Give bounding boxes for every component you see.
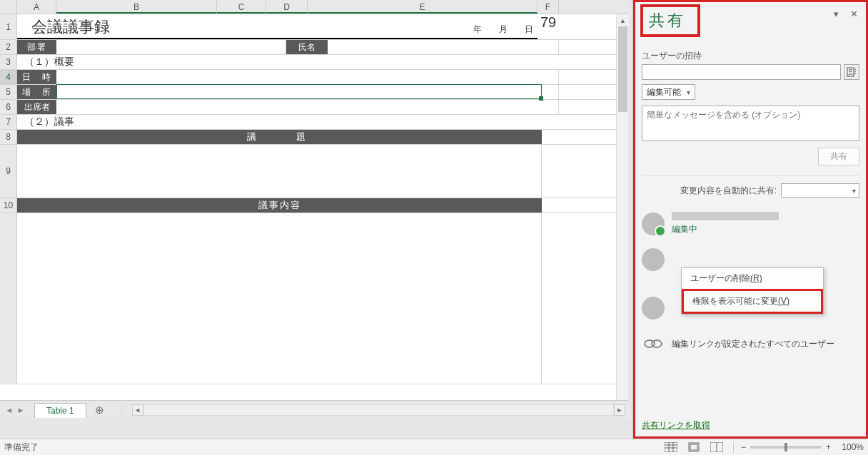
sheet-tabs-bar: ◄ ► Table 1 ⊕ ⋮ ◄ ► [0, 400, 628, 419]
context-change-perm-label: 権限を表示可能に変更 [692, 296, 778, 306]
row-header-8[interactable]: 8 [0, 130, 17, 144]
cell-shusseki-value[interactable] [56, 100, 559, 114]
permission-select[interactable]: 編集可能 ▾ [642, 84, 695, 100]
avatar-icon [642, 248, 665, 271]
horizontal-scrollbar[interactable]: ◄ ► [129, 404, 628, 416]
avatar-icon [642, 297, 665, 319]
col-header-E[interactable]: E [308, 0, 538, 14]
label-shusseki[interactable]: 出席者 [17, 100, 56, 114]
col-header-D[interactable]: D [266, 0, 308, 14]
row-header-4[interactable]: 4 [0, 70, 17, 84]
zoom-in-button[interactable]: + [826, 442, 831, 452]
section-2-label[interactable]: （２）議事 [17, 115, 559, 129]
pane-close-icon[interactable]: ✕ [850, 9, 858, 19]
add-sheet-button[interactable]: ⊕ [92, 402, 108, 418]
row-11 [0, 213, 628, 384]
context-remove-label: ユーザーの削除 [690, 273, 750, 283]
zoom-slider[interactable] [750, 446, 822, 449]
invite-input[interactable] [642, 64, 841, 80]
grid-area: A B C D E F 1 会議議事録 年 月 日 79 2 部署 氏 [0, 0, 628, 419]
view-page-layout-button[interactable] [685, 441, 703, 454]
tab-nav: ◄ ► [0, 404, 30, 416]
tab-next-icon[interactable]: ► [16, 404, 26, 416]
pane-separator [642, 175, 859, 176]
cell-giji-content[interactable] [17, 213, 542, 384]
edit-link-text: 編集リンクが設定されたすべてのユーザー [672, 338, 834, 350]
row-header-3[interactable]: 3 [0, 55, 17, 69]
row-4: 4 日 時 [0, 70, 628, 85]
zoom-out-button[interactable]: − [741, 442, 746, 452]
view-normal-button[interactable] [662, 441, 680, 454]
col-header-C[interactable]: C [217, 0, 266, 14]
pane-options-icon[interactable]: ▾ [834, 9, 839, 19]
cell-title[interactable]: 会議議事録 年 月 日 [17, 14, 538, 39]
shared-users-list: 編集中 ユーザーの削除(R) 権限を表示可能に変更(V) [642, 212, 859, 355]
hscroll-right[interactable]: ► [614, 404, 625, 416]
message-textarea[interactable] [642, 106, 859, 141]
context-remove-key: (R) [750, 273, 762, 283]
svg-rect-13 [690, 444, 697, 450]
col-header-A[interactable]: A [17, 0, 56, 14]
row-header-6[interactable]: 6 [0, 100, 17, 114]
share-pane-header: 共有 ▾ ✕ [633, 0, 868, 39]
banner-gidai[interactable]: 議 題 [17, 130, 542, 144]
select-all-corner[interactable] [0, 0, 17, 14]
section-1-label[interactable]: （１）概要 [17, 55, 559, 69]
svg-point-6 [652, 340, 662, 347]
col-header-F[interactable]: F [538, 0, 559, 14]
hscroll-track[interactable] [143, 404, 614, 416]
address-book-icon [847, 67, 857, 77]
row-7: 7 （２）議事 [0, 115, 628, 130]
grid-body[interactable]: 1 会議議事録 年 月 日 79 2 部署 氏名 3 （１）概要 [0, 14, 628, 419]
cell-busho-value[interactable] [56, 40, 286, 54]
user-name-redacted [672, 212, 779, 220]
view-page-break-button[interactable] [707, 441, 726, 454]
date-label: 年 月 日 [473, 24, 533, 36]
context-change-permission[interactable]: 権限を表示可能に変更(V) [682, 289, 823, 314]
scroll-up-button[interactable]: ▲ [617, 14, 629, 26]
zoom-value[interactable]: 100% [835, 442, 864, 452]
row-header-7[interactable]: 7 [0, 115, 17, 129]
avatar-icon [642, 213, 665, 235]
context-remove-user[interactable]: ユーザーの削除(R) [682, 268, 823, 289]
row-2: 2 部署 氏名 [0, 40, 628, 55]
cell-shimei-value[interactable] [328, 40, 559, 54]
doc-title: 会議議事録 [31, 16, 110, 38]
row-header-2[interactable]: 2 [0, 40, 17, 54]
hscroll-left[interactable]: ◄ [132, 404, 143, 416]
row-header-blank[interactable] [0, 213, 17, 384]
chevron-down-icon: ▾ [687, 88, 690, 96]
label-shimei[interactable]: 氏名 [286, 40, 328, 54]
cell-gidai-content[interactable] [17, 145, 542, 198]
row-header-5[interactable]: 5 [0, 85, 17, 99]
share-pane-body: ユーザーの招待 編集可能 ▾ 共有 変更内容を自動的に共有: ▾ 編集中 [633, 39, 868, 361]
zoom-slider-handle[interactable] [784, 443, 787, 451]
banner-giji-naiyo[interactable]: 議事内容 [17, 198, 542, 213]
auto-share-select[interactable]: ▾ [781, 183, 859, 198]
row-header-1[interactable]: 1 [0, 14, 17, 39]
row-10: 10 議事内容 [0, 198, 628, 213]
label-busho[interactable]: 部署 [17, 40, 56, 54]
edit-link-users-row[interactable]: 編集リンクが設定されたすべてのユーザー [642, 332, 859, 355]
row-8: 8 議 題 [0, 130, 628, 145]
label-basho[interactable]: 場 所 [17, 85, 56, 99]
row-header-9[interactable]: 9 [0, 145, 17, 198]
get-share-link[interactable]: 共有リンクを取得 [642, 419, 710, 431]
user-item-editing[interactable]: 編集中 [642, 212, 859, 235]
vertical-scrollbar[interactable]: ▲ ▼ [616, 14, 628, 419]
share-button[interactable]: 共有 [818, 148, 859, 165]
share-pane-title: 共有 [640, 4, 700, 37]
sheet-tab-1[interactable]: Table 1 [34, 403, 86, 418]
cell-F1[interactable]: 79 [538, 14, 559, 39]
label-nichiji[interactable]: 日 時 [17, 70, 56, 84]
address-book-button[interactable] [844, 64, 859, 80]
cell-basho-value[interactable] [56, 85, 559, 99]
svg-rect-7 [665, 442, 677, 452]
row-6: 6 出席者 [0, 100, 628, 115]
row-header-10[interactable]: 10 [0, 198, 17, 213]
scroll-thumb[interactable] [618, 26, 627, 112]
column-headers: A B C D E F [0, 0, 628, 14]
tab-prev-icon[interactable]: ◄ [4, 404, 14, 416]
col-header-B[interactable]: B [56, 0, 217, 14]
cell-nichiji-value[interactable] [56, 70, 559, 84]
